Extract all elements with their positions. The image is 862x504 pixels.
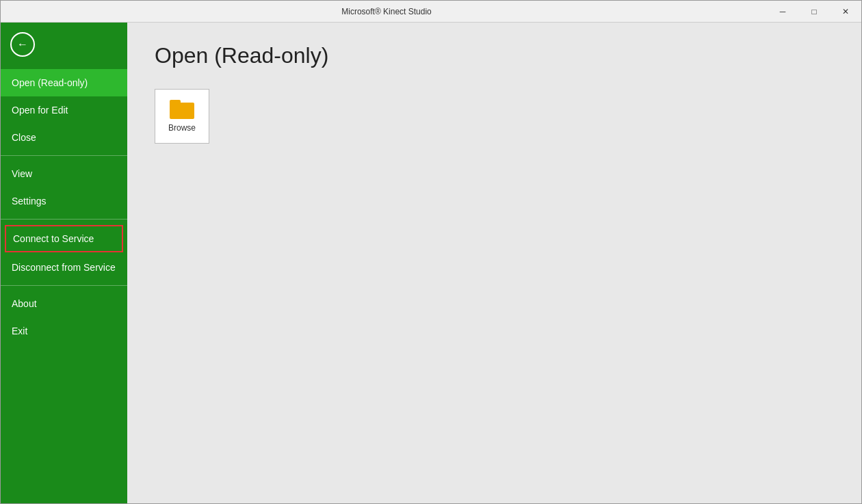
sidebar-item-close[interactable]: Close [1, 124, 127, 151]
sidebar-item-view[interactable]: View [1, 160, 127, 187]
browse-label: Browse [168, 123, 196, 133]
close-button[interactable]: ✕ [830, 1, 861, 23]
folder-body [170, 103, 194, 119]
app-window: Microsoft® Kinect Studio ─ □ ✕ ← Open (R… [0, 0, 862, 504]
sidebar: ← Open (Read-only) Open for Edit Close V… [1, 23, 127, 503]
sidebar-item-settings[interactable]: Settings [1, 187, 127, 215]
app-body: ← Open (Read-only) Open for Edit Close V… [1, 23, 861, 503]
sidebar-item-open-readonly[interactable]: Open (Read-only) [1, 69, 127, 96]
back-button[interactable]: ← [6, 28, 39, 61]
folder-icon [170, 100, 194, 119]
window-title: Microsoft® Kinect Studio [6, 7, 767, 16]
sidebar-item-disconnect-from-service[interactable]: Disconnect from Service [1, 254, 127, 281]
sidebar-divider-2 [1, 219, 127, 220]
main-content: Open (Read-only) Browse [127, 23, 861, 503]
sidebar-item-about[interactable]: About [1, 290, 127, 317]
sidebar-divider-3 [1, 285, 127, 286]
sidebar-item-exit[interactable]: Exit [1, 317, 127, 345]
window-controls: ─ □ ✕ [767, 1, 861, 23]
maximize-button[interactable]: □ [798, 1, 830, 23]
sidebar-item-open-for-edit[interactable]: Open for Edit [1, 96, 127, 124]
browse-button[interactable]: Browse [155, 89, 209, 144]
sidebar-menu: Open (Read-only) Open for Edit Close Vie… [1, 66, 127, 345]
page-title: Open (Read-only) [155, 43, 834, 68]
sidebar-divider-1 [1, 155, 127, 156]
back-circle-icon: ← [10, 32, 35, 57]
title-bar: Microsoft® Kinect Studio ─ □ ✕ [1, 1, 861, 23]
sidebar-item-connect-to-service[interactable]: Connect to Service [5, 225, 123, 252]
minimize-button[interactable]: ─ [767, 1, 798, 23]
